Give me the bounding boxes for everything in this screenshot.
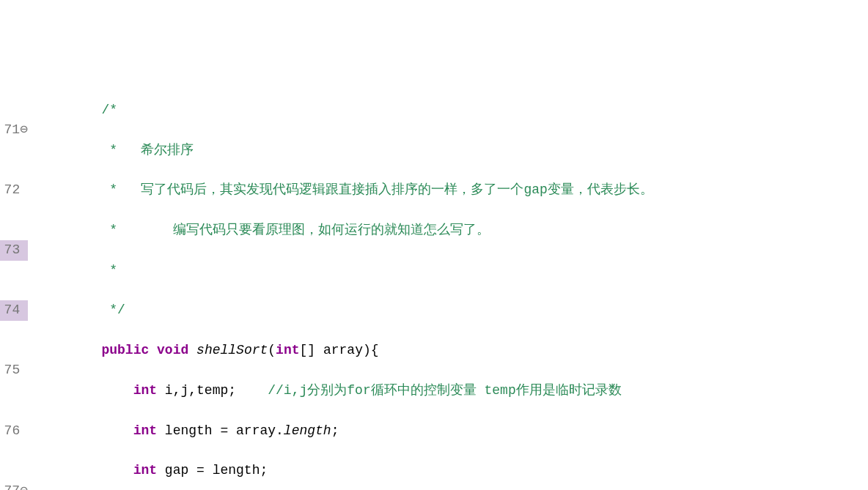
code-content[interactable]: /* * 希尔排序 * 写了代码后，其实发现代码逻辑跟直接插入排序的一样，多了一… <box>38 80 868 490</box>
code-line: * 希尔排序 <box>38 141 868 160</box>
code-line: */ <box>38 300 868 320</box>
code-line: * 写了代码后，其实发现代码逻辑跟直接插入排序的一样，多了一个gap变量，代表步… <box>38 180 868 200</box>
line-number: 76 <box>0 421 28 441</box>
code-line: /* <box>38 100 868 120</box>
code-line: int i,j,temp; //i,j分别为for循环中的控制变量 temp作用… <box>38 381 868 401</box>
code-line: int length = array.length; <box>38 421 868 441</box>
code-line: int gap = length; <box>38 461 868 480</box>
code-editor: 71⊖ 72 73 74 75 76 77⊖ 78 79 80 81 82 83… <box>0 80 868 490</box>
line-number: 75 <box>0 360 28 380</box>
line-number: 71⊖ <box>0 120 28 140</box>
code-line: * 编写代码只要看原理图，如何运行的就知道怎么写了。 <box>38 220 868 240</box>
code-line: * <box>38 261 868 281</box>
line-number: 74 <box>0 300 28 320</box>
line-number-gutter: 71⊖ 72 73 74 75 76 77⊖ 78 79 80 81 82 83… <box>0 80 38 490</box>
code-line: public void shellSort(int[] array){ <box>38 341 868 360</box>
line-number: 77⊖ <box>0 481 28 490</box>
line-number: 72 <box>0 180 28 200</box>
line-number: 73 <box>0 240 28 260</box>
